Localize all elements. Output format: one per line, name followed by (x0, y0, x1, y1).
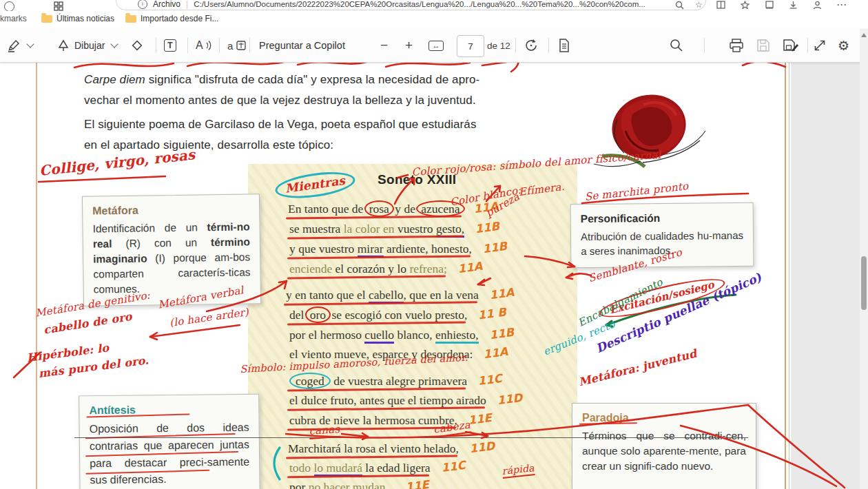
url-scheme-label: Archivo (153, 0, 180, 9)
highlighter-tool[interactable] (7, 29, 33, 62)
highlighter-icon (7, 39, 21, 52)
chevron-down-icon (111, 40, 118, 48)
bookmark-importado[interactable]: Importado desde Fi... (125, 14, 218, 23)
plus-icon: + (405, 38, 413, 53)
draw-label: Dibujar (74, 40, 105, 51)
page-border-left (36, 62, 37, 489)
bookmarks-cutoff-text: kmarks (0, 14, 27, 23)
fit-to-width-button[interactable]: ↔ (428, 29, 444, 62)
save-button[interactable] (756, 29, 770, 62)
toolbar-divider (515, 38, 516, 53)
zoom-in-button[interactable]: + (405, 29, 413, 62)
read-aloud-icon: A (196, 39, 203, 52)
find-in-document-button[interactable] (670, 29, 683, 62)
browser-window: Carpe diem significa "disfruta de cada d… (0, 0, 868, 489)
bookmarks-bar: kmarks Últimas noticias Importado desde … (0, 11, 868, 30)
text-tool-icon: T (164, 39, 176, 52)
fit-width-icon: ↔ (428, 41, 444, 51)
bookmark-label: Importado desde Fi... (141, 14, 218, 23)
page-border-right (785, 62, 786, 489)
translate-icon: a (227, 40, 233, 52)
file-info-icon[interactable]: i (138, 0, 147, 9)
search-icon (670, 39, 683, 52)
draw-tool[interactable]: Dibujar (56, 29, 117, 62)
vertical-scrollbar[interactable] (860, 29, 868, 489)
page-view-button[interactable] (557, 29, 572, 62)
eraser-icon (130, 38, 145, 53)
folder-icon (125, 15, 136, 23)
eraser-tool[interactable] (130, 29, 145, 62)
sound-waves-icon (206, 41, 211, 51)
ask-copilot-button[interactable]: Preguntar a Copilot (259, 29, 345, 62)
print-button[interactable] (729, 29, 744, 62)
address-bar-content[interactable]: i Archivo | C:/Users/Alumno/Documents/20… (138, 0, 645, 9)
toolbar-divider (807, 38, 808, 53)
bookmark-label: Últimas noticias (56, 14, 114, 23)
downloads-icon[interactable] (789, 1, 798, 9)
page-total: de 12 (487, 29, 510, 62)
toolbar-divider (704, 38, 705, 53)
chevron-down-icon (26, 40, 34, 48)
folder-icon (41, 15, 52, 23)
toolbar-divider (219, 38, 220, 53)
gear-icon: ⚙ (838, 38, 849, 54)
reload-icon[interactable] (4, 1, 14, 11)
favorites-icon[interactable] (741, 1, 750, 9)
pdf-document-area (0, 62, 868, 489)
url-path: C:/Users/Alumno/Documents/20222023%20CEP… (194, 0, 645, 8)
more-menu-icon[interactable]: ··· (837, 0, 847, 10)
address-bar-right-icons: ☆ (675, 0, 703, 10)
printer-icon (729, 39, 744, 52)
settings-button[interactable]: ⚙ (838, 29, 849, 62)
toolbar-divider (249, 38, 250, 53)
translate-cjk-icon (236, 41, 246, 50)
scrollbar-thumb[interactable] (861, 256, 867, 310)
browser-address-bar-strip: i Archivo | C:/Users/Alumno/Documents/20… (0, 0, 868, 11)
fullscreen-button[interactable] (813, 29, 827, 62)
expand-icon (813, 39, 827, 52)
page-view-icon (557, 38, 572, 53)
viewer-background (791, 62, 860, 489)
page-total-label: de 12 (487, 41, 510, 51)
split-screen-icon[interactable] (716, 1, 725, 9)
url-divider: | (186, 0, 188, 9)
page-border-right-2 (789, 62, 789, 489)
apps-grid-icon[interactable] (54, 1, 63, 11)
minus-icon: − (380, 38, 388, 53)
rotate-button[interactable] (524, 29, 539, 62)
save-as-button[interactable] (783, 29, 799, 62)
bookmarks-cutoff-label[interactable]: kmarks (0, 14, 27, 23)
save-as-icon (783, 38, 799, 53)
pdf-toolbar: Dibujar T A a Preguntar a Copilot − + ↔ … (0, 29, 868, 63)
zoom-out-button[interactable]: − (380, 29, 388, 62)
scrollbar-up-arrow[interactable] (861, 33, 867, 37)
search-icon[interactable] (675, 1, 684, 10)
rotate-icon (524, 38, 539, 53)
save-icon (756, 39, 770, 52)
translate-tool[interactable]: a (227, 29, 246, 62)
read-aloud-tool[interactable]: A (196, 29, 211, 62)
copilot-label: Preguntar a Copilot (259, 40, 345, 51)
favorite-star-icon[interactable]: ☆ (695, 0, 703, 10)
pdf-page (0, 62, 791, 489)
toolbar-divider (187, 38, 188, 53)
pen-icon (56, 39, 70, 52)
collections-icon[interactable] (765, 1, 774, 9)
bookmark-ultimas-noticias[interactable]: Últimas noticias (41, 14, 114, 23)
toolbar-divider (548, 38, 549, 53)
page-number-input[interactable] (457, 35, 484, 57)
browser-toolbar-icons: ··· (716, 0, 847, 10)
toolbar-divider (156, 38, 156, 53)
add-text-tool[interactable]: T (164, 29, 176, 62)
profile-icon[interactable] (813, 1, 822, 10)
